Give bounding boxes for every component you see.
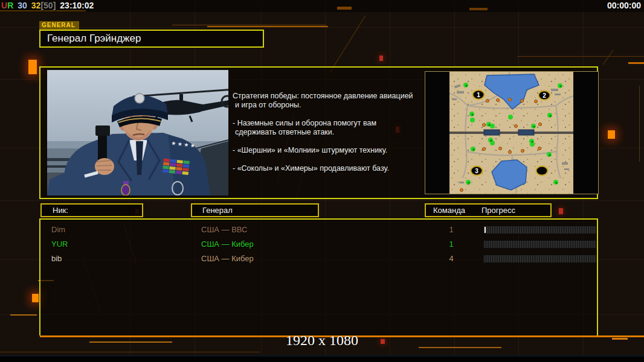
circuit-line: [0, 200, 644, 201]
portrait-photo: ★ ★ ★ ★: [47, 70, 228, 195]
loading-screen: UR3032[50]23:10:02 00:00:00 GENERAL Гене…: [0, 0, 644, 362]
status-segment: [50]: [40, 1, 56, 10]
start-position-empty: [536, 167, 548, 176]
circuit-line: [207, 26, 328, 27]
circuit-line: [639, 86, 640, 162]
circuit-line: [628, 62, 644, 64]
map-bridge: [518, 130, 534, 135]
column-header-general: Генерал: [191, 203, 319, 217]
net-status-readout: UR3032[50]23:10:02: [1, 1, 94, 10]
strategy-briefing: Стратегия победы: постоянное давление ав…: [233, 92, 432, 173]
column-header-team: Команда: [433, 205, 465, 216]
briefing-line: - «Шершни» и «Молнии» штурмуют технику.: [233, 146, 432, 155]
player-nick: bib: [51, 254, 62, 263]
briefing-line: и игра от обороны.: [233, 101, 432, 110]
circuit-square: [28, 60, 37, 74]
status-segment: 30: [18, 1, 27, 10]
player-row: YUR США — Кибер 1: [40, 238, 597, 252]
start-position-2: 2: [543, 92, 546, 99]
circuit-dot: [379, 56, 383, 61]
status-segment: U: [1, 1, 7, 10]
player-nick: Dim: [51, 225, 65, 234]
circuit-line: [0, 27, 644, 28]
start-position-1: 1: [477, 92, 480, 98]
status-clock: 23:10:02: [60, 1, 94, 10]
minimap-panel: 1 2 3: [425, 71, 599, 194]
player-team: 1: [444, 240, 459, 249]
progress-cursor: [485, 227, 486, 233]
circuit-dot: [559, 208, 563, 214]
load-progress-bar: [483, 240, 597, 249]
circuit-line: [602, 49, 613, 65]
load-progress-bar: [483, 255, 597, 263]
briefing-line: Стратегия победы: постоянное давление ав…: [233, 92, 432, 101]
status-segment: 32: [31, 1, 41, 10]
resolution-label: 1920 x 1080: [0, 332, 644, 349]
top-bar: [0, 0, 644, 12]
match-timer: 00:00:00: [607, 1, 641, 10]
load-progress-bar: [483, 226, 597, 234]
circuit-line: [172, 25, 326, 25]
start-position-3: 3: [475, 168, 478, 174]
status-segment: R: [7, 1, 13, 10]
circuit-square: [608, 130, 615, 139]
circuit-line: [10, 314, 37, 316]
general-portrait: ★ ★ ★ ★: [47, 70, 228, 195]
player-row: bib США — Кибер 4: [40, 252, 597, 267]
general-title: Генерал Грэйнджер: [39, 30, 264, 48]
briefing-line: - Наземные силы и оборона помогут вам: [233, 119, 432, 128]
column-header-nick: Ник:: [40, 203, 143, 217]
briefing-line: - «Соколы» и «Химеры» продавливают базу.: [233, 164, 432, 173]
circuit-line: [517, 56, 644, 57]
player-row: Dim США — ВВС 1: [40, 223, 597, 238]
player-general: США — ВВС: [201, 225, 248, 234]
circuit-line: [330, 16, 365, 72]
column-header-team-progress: Команда Прогресс: [425, 203, 552, 217]
map-bridge: [484, 130, 500, 135]
minimap-image: 1 2 3: [449, 72, 573, 196]
player-roster-panel: Dim США — ВВС 1 YUR США — Кибер 1 bib СШ…: [39, 218, 598, 335]
player-team: 1: [444, 225, 459, 234]
player-team: 4: [444, 254, 459, 263]
circuit-line: [0, 352, 260, 352]
general-tab-label: GENERAL: [39, 21, 79, 30]
circuit-square: [32, 294, 39, 302]
briefing-panel: ★ ★ ★ ★: [39, 66, 598, 199]
player-nick: YUR: [51, 240, 68, 249]
bottom-bar: [0, 357, 644, 362]
map-center-road: [449, 132, 573, 134]
player-general: США — Кибер: [201, 240, 254, 249]
briefing-line: сдерживать ответные атаки.: [233, 128, 432, 137]
player-general: США — Кибер: [201, 254, 254, 263]
column-header-progress: Прогресс: [481, 205, 515, 216]
